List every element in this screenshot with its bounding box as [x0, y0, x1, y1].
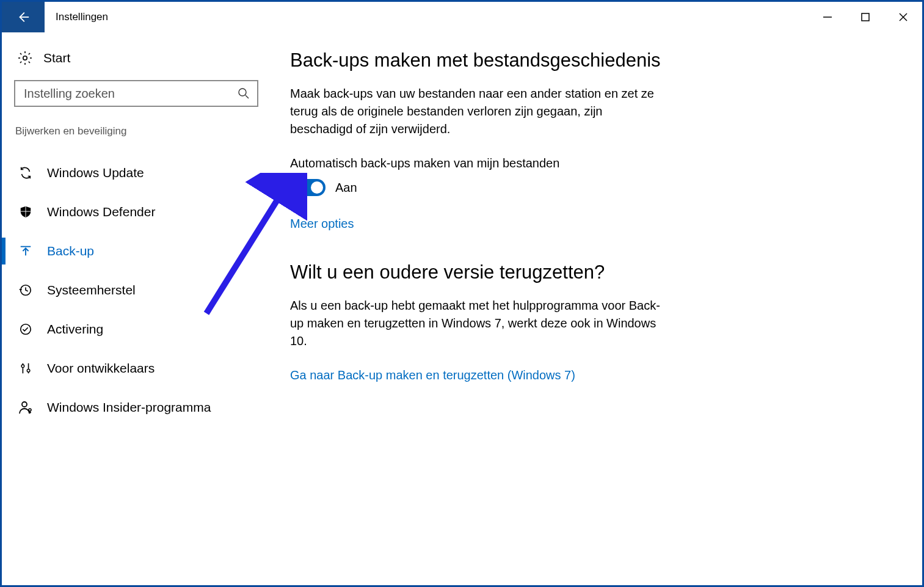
- window-title: Instellingen: [45, 2, 108, 32]
- close-icon: [898, 12, 908, 22]
- auto-backup-toggle[interactable]: [290, 179, 326, 196]
- svg-line-14: [246, 95, 249, 98]
- settings-window: Instellingen Start: [0, 0, 924, 587]
- svg-point-21: [21, 365, 24, 368]
- sidebar-item-label: Voor ontwikkelaars: [47, 361, 155, 376]
- sidebar-start-label: Start: [43, 51, 70, 65]
- sidebar-item-label: Activering: [47, 322, 103, 337]
- sidebar-item-label: Windows Insider-programma: [47, 400, 211, 415]
- sliders-icon: [18, 362, 34, 375]
- history-icon: [18, 283, 34, 297]
- refresh-icon: [18, 166, 34, 180]
- heading-file-history: Back-ups maken met bestandsgeschiedenis: [290, 49, 674, 71]
- sidebar-item-windows-insider[interactable]: Windows Insider-programma: [14, 388, 258, 427]
- sidebar-item-label: Windows Update: [47, 166, 144, 180]
- description-restore-older: Als u een back-up hebt gemaakt met het h…: [290, 297, 663, 350]
- toggle-row: Aan: [290, 179, 674, 196]
- sidebar-item-activering[interactable]: Activering: [14, 310, 258, 349]
- sidebar-item-label: Systeemherstel: [47, 283, 136, 297]
- sidebar-item-systeemherstel[interactable]: Systeemherstel: [14, 271, 258, 310]
- minimize-button[interactable]: [809, 2, 846, 32]
- svg-line-12: [29, 53, 30, 54]
- svg-line-10: [29, 62, 30, 63]
- sidebar: Start Bijwerken en beveiliging Windows U…: [2, 32, 271, 585]
- upload-arrow-icon: [18, 244, 34, 258]
- window-controls: [809, 2, 922, 32]
- svg-point-24: [29, 409, 31, 411]
- svg-line-9: [20, 53, 21, 54]
- shield-icon: [18, 205, 34, 219]
- sidebar-item-windows-update[interactable]: Windows Update: [14, 153, 258, 192]
- sidebar-item-label: Windows Defender: [47, 205, 155, 219]
- gear-icon: [18, 51, 32, 65]
- svg-point-4: [23, 56, 27, 60]
- close-button[interactable]: [884, 2, 922, 32]
- backup-restore-win7-link[interactable]: Ga naar Back-up maken en terugzetten (Wi…: [290, 368, 674, 382]
- arrow-left-icon: [16, 10, 30, 24]
- heading-restore-older: Wilt u een oudere versie terugzetten?: [290, 261, 674, 283]
- sidebar-item-windows-defender[interactable]: Windows Defender: [14, 192, 258, 232]
- svg-line-11: [20, 62, 21, 63]
- search-icon: [238, 87, 250, 100]
- svg-point-23: [22, 402, 27, 407]
- body: Start Bijwerken en beveiliging Windows U…: [2, 32, 922, 585]
- titlebar: Instellingen: [2, 2, 922, 32]
- minimize-icon: [823, 12, 832, 22]
- more-options-link[interactable]: Meer opties: [290, 217, 354, 230]
- svg-point-22: [27, 369, 30, 372]
- toggle-knob: [311, 181, 323, 194]
- toggle-label: Automatisch back-ups maken van mijn best…: [290, 156, 674, 170]
- content: Back-ups maken met bestandsgeschiedenis …: [271, 32, 698, 585]
- svg-point-13: [239, 89, 246, 96]
- check-circle-icon: [18, 323, 34, 336]
- person-key-icon: [18, 400, 34, 415]
- sidebar-category: Bijwerken en beveiliging: [15, 125, 258, 137]
- search-box[interactable]: [14, 80, 258, 107]
- sidebar-item-back-up[interactable]: Back-up: [14, 232, 258, 271]
- toggle-state-text: Aan: [335, 181, 357, 195]
- maximize-button[interactable]: [846, 2, 884, 32]
- description-file-history: Maak back-ups van uw bestanden naar een …: [290, 85, 663, 138]
- sidebar-item-voor-ontwikkelaars[interactable]: Voor ontwikkelaars: [14, 349, 258, 388]
- search-input[interactable]: [23, 86, 238, 101]
- svg-rect-1: [862, 13, 869, 21]
- sidebar-start[interactable]: Start: [14, 49, 258, 80]
- sidebar-item-label: Back-up: [47, 244, 94, 258]
- back-button[interactable]: [2, 2, 45, 32]
- maximize-icon: [860, 12, 870, 22]
- sidebar-nav: Windows Update Windows Defender Back-up: [14, 153, 258, 427]
